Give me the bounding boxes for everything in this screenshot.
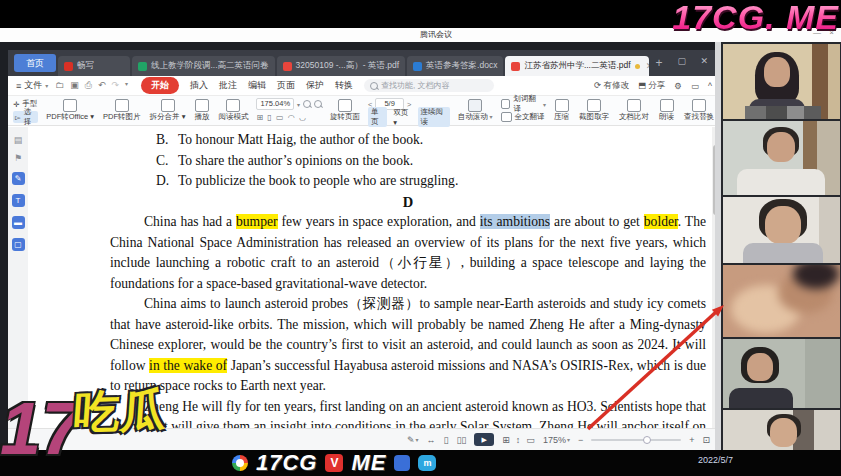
ribbon-button[interactable]: 阅读模式 xyxy=(216,97,250,124)
search-input[interactable]: 查找功能, 文档内容 xyxy=(364,79,494,92)
participant-video[interactable] xyxy=(723,339,840,408)
zoom-level-select[interactable]: 175.04% xyxy=(256,98,294,110)
undo-icon[interactable]: ↶ xyxy=(98,80,106,91)
menu-tab-批注[interactable]: 批注 xyxy=(219,79,237,92)
share-button[interactable]: ⬒ 分享 xyxy=(638,80,665,92)
zoom-in-icon[interactable] xyxy=(314,100,322,108)
fullscreen-icon[interactable]: ⊡ xyxy=(702,435,710,445)
new-tab-button[interactable]: + xyxy=(655,56,662,70)
shape-tool-icon[interactable]: ▢ xyxy=(12,238,25,251)
video-app-icon[interactable]: V xyxy=(325,454,343,472)
section-heading: D xyxy=(110,192,706,213)
settings-gear-icon[interactable]: ⚙ xyxy=(674,81,682,91)
save-icon[interactable]: ▣ xyxy=(70,80,79,91)
select-tool[interactable]: ▻选择 xyxy=(13,111,38,123)
outline-icon[interactable]: ▤ xyxy=(14,136,23,145)
text-tool-icon[interactable]: T xyxy=(12,194,25,207)
docs-app-icon[interactable] xyxy=(394,455,410,471)
participant-face xyxy=(770,418,797,447)
participant-body xyxy=(729,388,793,408)
ribbon-button[interactable]: 拆分合并 ▾ xyxy=(148,97,188,124)
tab-label: 畅写 xyxy=(77,60,94,72)
word-translate-button[interactable]: 划词翻译▾ xyxy=(501,98,547,110)
ribbon-button-label: PDF转Office ▾ xyxy=(46,112,94,122)
browser-tab[interactable]: 江苏省苏州中学...二英语.pdf✕ xyxy=(505,56,649,76)
ribbon-button[interactable]: PDF转Office ▾ xyxy=(44,97,96,124)
browser-tab[interactable]: 畅写 xyxy=(58,56,130,76)
zoom-slider[interactable] xyxy=(591,439,681,441)
meeting-app-icon[interactable]: m xyxy=(418,455,436,471)
double-page-icon[interactable]: ▯▯ xyxy=(456,435,466,445)
highlight-tool-icon[interactable]: ▬ xyxy=(12,216,25,229)
more-icon[interactable]: ▾ xyxy=(125,80,128,91)
ribbon-button[interactable]: 播放 xyxy=(192,97,211,124)
view-mode-button[interactable]: 双页 ▾ xyxy=(390,108,414,127)
tab-favicon xyxy=(413,62,422,71)
rotate-page-button[interactable]: 旋转页面 xyxy=(328,97,362,124)
menu-tab-页面[interactable]: 页面 xyxy=(277,79,295,92)
present-play-button[interactable]: ▶ xyxy=(474,433,494,446)
autoscroll-button[interactable]: 自动滚动 ▾ xyxy=(456,97,495,124)
menu-tab-保护[interactable]: 保护 xyxy=(306,79,324,92)
zoom-in-button[interactable]: + xyxy=(689,435,694,445)
print-icon[interactable]: ⎙ xyxy=(85,80,92,91)
ribbon-button-label: 阅读模式 xyxy=(218,112,248,122)
ribbon-button[interactable]: 压缩 xyxy=(552,97,571,124)
ribbon-button[interactable]: PDF转图片 xyxy=(101,97,143,124)
chevron-down-icon: ▾ xyxy=(297,101,300,108)
redo-icon[interactable]: ↷ xyxy=(112,80,120,91)
browser-tab[interactable]: 英语参考答案.docx xyxy=(407,56,503,76)
menu-tab-转换[interactable]: 转换 xyxy=(335,79,353,92)
tab-favicon xyxy=(511,62,520,71)
app-menu-bar: ≡ 文件 ▾ 🗀▣⎙↶↷▾ 开始插入批注编辑页面保护转换 查找功能, 文档内容 … xyxy=(8,76,720,96)
fit-page-icon[interactable]: ▭ xyxy=(526,435,535,445)
sync-status[interactable]: ⟳ 有修改 xyxy=(594,80,629,92)
zoom-out-icon[interactable] xyxy=(303,100,311,108)
sidebar-rail[interactable] xyxy=(715,42,721,450)
hamburger-icon: ≡ xyxy=(16,81,21,91)
menu-tab-开始[interactable]: 开始 xyxy=(141,77,179,94)
browser-window-controls[interactable]: ▢ ✕ xyxy=(677,56,714,66)
ribbon-button[interactable]: 查找替换 xyxy=(682,97,716,124)
menu-tab-插入[interactable]: 插入 xyxy=(190,79,208,92)
pointer-tools-group: ✛手型 ▻选择 xyxy=(12,97,39,124)
zoom-slider-knob[interactable] xyxy=(643,436,651,444)
fit-width-icon[interactable]: ↔ xyxy=(426,435,435,445)
zoom-percent-label[interactable]: 175%▾ xyxy=(543,435,570,445)
participant-video[interactable] xyxy=(723,121,840,195)
full-translate-button[interactable]: 全文翻译 xyxy=(501,111,547,123)
participant-video[interactable] xyxy=(723,265,840,337)
pdf-page[interactable]: B.To honour Matt Haig, the author of the… xyxy=(28,127,712,428)
ribbon-button[interactable]: 文档比对 xyxy=(617,97,651,124)
fit-view-buttons[interactable]: ⊞ ▯ ▭ ◠ ◡ xyxy=(256,111,322,123)
menu-tab-编辑[interactable]: 编辑 xyxy=(248,79,266,92)
ribbon-button[interactable]: 截图取字 xyxy=(577,97,611,124)
file-menu[interactable]: ≡ 文件 ▾ xyxy=(16,79,48,92)
view-mode-button[interactable]: 连续阅读 xyxy=(418,107,450,127)
zoom-out-button[interactable]: − xyxy=(578,435,583,445)
chrome-icon[interactable] xyxy=(232,455,248,471)
annotate-icon[interactable]: ✎▾ xyxy=(407,435,419,445)
view-mode-button[interactable]: 单页 xyxy=(368,107,387,127)
fit-height-icon[interactable]: ↕ xyxy=(516,435,521,445)
bookmark-icon[interactable]: ⚑ xyxy=(14,154,22,163)
cursor-icon: ▻ xyxy=(15,113,21,122)
participant-video[interactable] xyxy=(723,44,840,119)
single-page-icon[interactable]: ▯ xyxy=(443,435,448,445)
option-text: To publicize the book to people who are … xyxy=(178,173,458,188)
watermark-top-right: 17CG. ME xyxy=(672,0,839,37)
participant-body xyxy=(737,169,825,195)
comment-icon[interactable]: ▭ xyxy=(691,81,699,91)
browser-tab[interactable]: 线上教学阶段调...高二英语问卷 xyxy=(132,56,275,76)
ribbon-button[interactable]: 朗读 xyxy=(657,97,676,124)
tab-close-icon[interactable]: ✕ xyxy=(646,61,650,71)
home-tab-button[interactable]: 首页 xyxy=(14,54,56,72)
ribbon-button-label: PDF转图片 xyxy=(103,112,141,122)
browser-tab[interactable]: 32050109 -...高）- 英语.pdf xyxy=(277,56,405,76)
collapse-ribbon-button[interactable]: ^ xyxy=(708,81,712,91)
comment-tool-icon[interactable]: ✎ xyxy=(12,172,25,185)
open-icon[interactable]: 🗀 xyxy=(55,80,64,91)
participant-video[interactable] xyxy=(723,197,840,263)
ribbon-button-label: 文档比对 xyxy=(619,112,649,122)
thumbnail-view-icon[interactable]: ⊞ xyxy=(502,435,510,445)
